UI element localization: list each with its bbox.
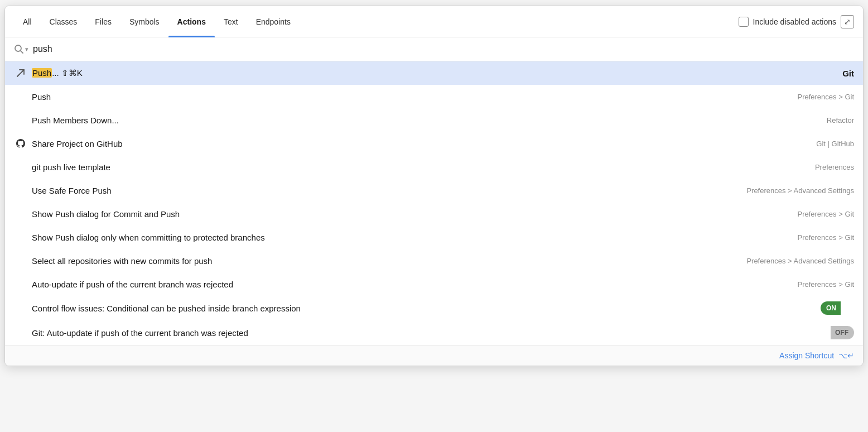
include-disabled-checkbox[interactable]	[739, 17, 749, 27]
list-item[interactable]: Use Safe Force PushPreferences > Advance…	[5, 179, 863, 202]
list-item[interactable]: Push... ⇧⌘KGit	[5, 61, 863, 85]
svg-line-1	[21, 51, 23, 54]
list-item[interactable]: PushPreferences > Git	[5, 85, 863, 108]
tabs-left: All Classes Files Symbols Actions Text E…	[14, 6, 739, 37]
tab-symbols[interactable]: Symbols	[120, 6, 168, 37]
collapse-icon: ⤢	[844, 17, 851, 26]
github-icon	[14, 138, 27, 148]
result-name: Push	[32, 92, 788, 102]
result-name: Show Push dialog only when committing to…	[32, 233, 788, 242]
result-category: Preferences > Git	[797, 210, 854, 218]
result-category: Git | GitHub	[816, 140, 854, 148]
tab-endpoints[interactable]: Endpoints	[247, 6, 300, 37]
toggle-off[interactable]: OFF	[817, 326, 854, 339]
result-name: Use Safe Force Push	[32, 186, 737, 195]
list-item[interactable]: Share Project on GitHubGit | GitHub	[5, 132, 863, 155]
list-item[interactable]: Git: Auto-update if push of the current …	[5, 320, 863, 345]
result-name: Push Members Down...	[32, 116, 818, 125]
list-item[interactable]: Select all repositories with new commits…	[5, 249, 863, 272]
svg-line-2	[17, 70, 24, 76]
result-name: Share Project on GitHub	[32, 139, 807, 148]
result-name: Show Push dialog for Commit and Push	[32, 209, 788, 219]
list-item[interactable]: Show Push dialog only when committing to…	[5, 225, 863, 249]
tab-all[interactable]: All	[14, 6, 41, 37]
result-category: Preferences > Advanced Settings	[746, 186, 854, 195]
search-row: ▾	[5, 37, 863, 61]
result-category: Refactor	[827, 116, 854, 124]
list-item[interactable]: Auto-update if push of the current branc…	[5, 272, 863, 296]
tab-classes[interactable]: Classes	[41, 6, 86, 37]
result-name: Push... ⇧⌘K	[32, 68, 833, 78]
result-category: Preferences > Git	[797, 280, 854, 289]
result-category: Preferences > Git	[797, 93, 854, 101]
result-name: git push live template	[32, 162, 806, 172]
list-item[interactable]: Control flow issues: Conditional can be …	[5, 296, 863, 320]
arrow-icon	[14, 69, 27, 78]
result-category: Preferences > Git	[797, 233, 854, 242]
toggle-on[interactable]: ON	[821, 301, 854, 315]
include-disabled-label[interactable]: Include disabled actions	[739, 17, 836, 27]
search-icon: ▾	[14, 44, 28, 54]
list-item[interactable]: Show Push dialog for Commit and PushPref…	[5, 202, 863, 225]
tab-text[interactable]: Text	[215, 6, 247, 37]
result-category: Preferences	[815, 163, 854, 171]
search-dialog: All Classes Files Symbols Actions Text E…	[4, 6, 864, 366]
assign-shortcut-link[interactable]: Assign Shortcut ⌥↵	[779, 351, 854, 360]
results-list: Push... ⇧⌘KGitPushPreferences > GitPush …	[5, 61, 863, 345]
collapse-button[interactable]: ⤢	[841, 15, 854, 28]
list-item[interactable]: git push live templatePreferences	[5, 155, 863, 179]
tab-actions[interactable]: Actions	[168, 6, 215, 37]
result-name: Git: Auto-update if push of the current …	[32, 328, 817, 338]
result-category: Git	[842, 69, 854, 78]
result-name: Control flow issues: Conditional can be …	[32, 304, 821, 313]
bottom-bar: Assign Shortcut ⌥↵	[5, 345, 863, 366]
result-category: Preferences > Advanced Settings	[746, 257, 854, 265]
list-item[interactable]: Push Members Down...Refactor	[5, 108, 863, 132]
tabs-row: All Classes Files Symbols Actions Text E…	[5, 6, 863, 37]
result-name: Auto-update if push of the current branc…	[32, 280, 788, 289]
result-name: Select all repositories with new commits…	[32, 256, 737, 266]
search-input[interactable]	[33, 44, 854, 54]
tab-files[interactable]: Files	[86, 6, 120, 37]
tabs-right: Include disabled actions ⤢	[739, 15, 854, 28]
